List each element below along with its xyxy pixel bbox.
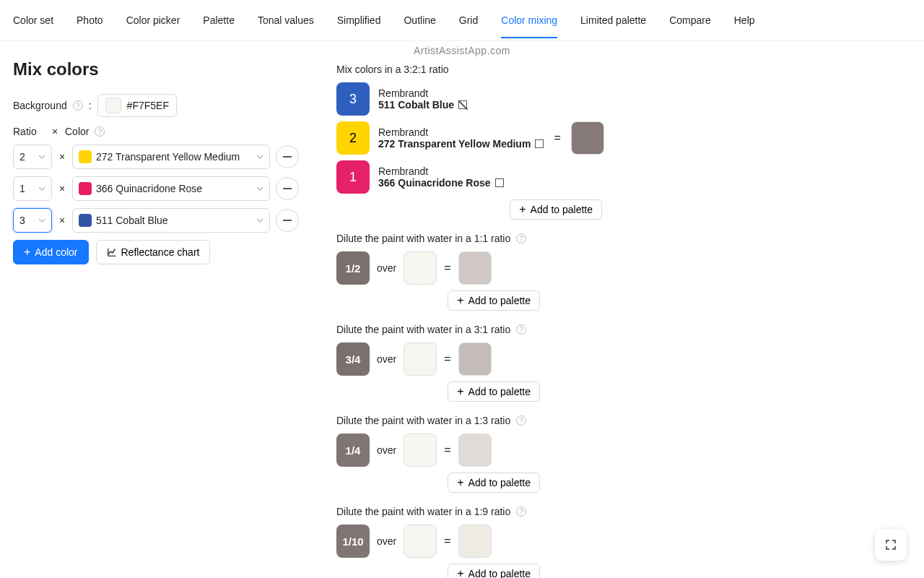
square-icon	[495, 178, 504, 187]
over-swatch	[404, 434, 437, 467]
add-color-label: Add color	[35, 246, 77, 258]
add-palette-label: Add to palette	[531, 204, 593, 215]
tab-color-picker[interactable]: Color picker	[126, 3, 180, 38]
tab-photo[interactable]: Photo	[77, 3, 103, 38]
site-name: ArtistAssistApp.com	[0, 45, 924, 56]
square-icon	[535, 139, 544, 148]
add-to-palette-button[interactable]: Add to palette	[448, 381, 540, 402]
over-label: over	[377, 262, 396, 274]
ratio-box: 1	[336, 160, 370, 194]
color-select[interactable]: 511 Cobalt Blue	[72, 208, 270, 233]
paint-name: 511 Cobalt Blue	[378, 99, 467, 111]
ratio-box: 3	[336, 82, 370, 116]
help-icon[interactable]: ?	[516, 415, 526, 426]
ratio-select[interactable]: 3	[13, 208, 52, 233]
dilute-result-swatch	[458, 525, 492, 558]
color-name: 511 Cobalt Blue	[96, 215, 252, 226]
color-name: 366 Quinacridone Rose	[96, 183, 252, 194]
color-name: 272 Transparent Yellow Medium	[96, 151, 252, 163]
square-icon	[458, 100, 467, 109]
plus-icon	[457, 386, 463, 397]
tab-compare[interactable]: Compare	[669, 3, 711, 38]
dilute-result-swatch	[458, 434, 492, 467]
background-picker[interactable]: #F7F5EF	[97, 94, 177, 117]
color-swatch	[79, 182, 92, 195]
tab-limited-palette[interactable]: Limited palette	[580, 3, 646, 38]
tab-simplified[interactable]: Simplified	[337, 3, 381, 38]
ingredient: 2Rembrandt272 Transparent Yellow Medium	[336, 121, 544, 155]
remove-button[interactable]	[276, 209, 299, 232]
plus-icon	[457, 477, 463, 488]
over-swatch	[404, 342, 437, 376]
background-swatch	[105, 98, 121, 113]
help-icon[interactable]: ?	[516, 233, 526, 243]
equals: =	[554, 131, 560, 144]
help-icon[interactable]: ?	[516, 506, 526, 517]
equals: =	[444, 535, 450, 548]
plus-icon	[457, 295, 463, 306]
expand-icon	[885, 539, 897, 551]
add-to-palette-button[interactable]: Add to palette	[510, 199, 602, 220]
ratio-header: Ratio	[13, 126, 45, 137]
color-swatch	[79, 214, 92, 227]
add-palette-label: Add to palette	[468, 568, 531, 578]
mix-result-swatch	[571, 121, 604, 155]
fraction-box: 3/4	[336, 342, 370, 376]
fullscreen-button[interactable]	[875, 529, 907, 561]
equals: =	[444, 262, 450, 275]
fraction-box: 1/10	[336, 525, 370, 558]
ratio-select[interactable]: 2	[13, 144, 52, 169]
over-swatch	[404, 525, 437, 558]
background-label: Background	[13, 100, 67, 111]
dilute-title: Dilute the paint with water in a 1:9 rat…	[336, 506, 510, 517]
reflectance-chart-button[interactable]: Reflectance chart	[96, 240, 211, 264]
ratio-box: 2	[336, 121, 370, 155]
plus-icon	[519, 204, 526, 215]
dilute-result-swatch	[458, 342, 492, 376]
add-color-button[interactable]: Add color	[13, 240, 89, 264]
add-palette-label: Add to palette	[468, 295, 531, 306]
color-header: Color	[65, 126, 89, 137]
tab-tonal-values[interactable]: Tonal values	[258, 3, 314, 38]
add-palette-label: Add to palette	[468, 386, 531, 397]
minus-icon	[283, 220, 292, 221]
dilute-result-swatch	[458, 251, 492, 285]
color-select[interactable]: 366 Quinacridone Rose	[72, 176, 270, 201]
chart-icon	[107, 247, 117, 257]
help-icon[interactable]: ?	[73, 100, 83, 111]
tab-palette[interactable]: Palette	[203, 3, 235, 38]
ratio-select[interactable]: 1	[13, 176, 52, 201]
over-label: over	[377, 535, 396, 547]
equals: =	[444, 353, 450, 366]
tab-grid[interactable]: Grid	[459, 3, 478, 38]
add-to-palette-button[interactable]: Add to palette	[448, 564, 540, 578]
times: ×	[58, 183, 66, 194]
times: ×	[58, 151, 66, 163]
tab-color-set[interactable]: Color set	[13, 3, 53, 38]
tab-help[interactable]: Help	[734, 3, 755, 38]
dilute-title: Dilute the paint with water in a 1:3 rat…	[336, 415, 510, 426]
remove-button[interactable]	[276, 177, 299, 200]
background-value: #F7F5EF	[127, 100, 169, 111]
color-select[interactable]: 272 Transparent Yellow Medium	[72, 144, 270, 169]
plus-icon	[457, 568, 463, 578]
remove-button[interactable]	[276, 145, 299, 168]
add-to-palette-button[interactable]: Add to palette	[448, 290, 540, 311]
dilute-title: Dilute the paint with water in a 3:1 rat…	[336, 324, 510, 335]
over-label: over	[377, 444, 396, 456]
color-swatch	[79, 150, 92, 163]
tab-color-mixing[interactable]: Color mixing	[501, 3, 557, 38]
over-swatch	[404, 251, 437, 285]
ratio-value: 3	[19, 215, 25, 226]
reflectance-label: Reflectance chart	[121, 246, 200, 258]
times: ×	[58, 215, 66, 226]
ratio-value: 1	[19, 183, 25, 194]
tab-outline[interactable]: Outline	[404, 3, 435, 38]
mix-title: Mix colors in a 3:2:1 ratio	[336, 64, 911, 75]
equals: =	[444, 444, 450, 457]
help-icon[interactable]: ?	[516, 324, 526, 335]
minus-icon	[283, 156, 292, 158]
add-to-palette-button[interactable]: Add to palette	[448, 473, 540, 493]
ingredient: 3Rembrandt511 Cobalt Blue	[336, 82, 544, 116]
help-icon[interactable]: ?	[95, 126, 105, 137]
